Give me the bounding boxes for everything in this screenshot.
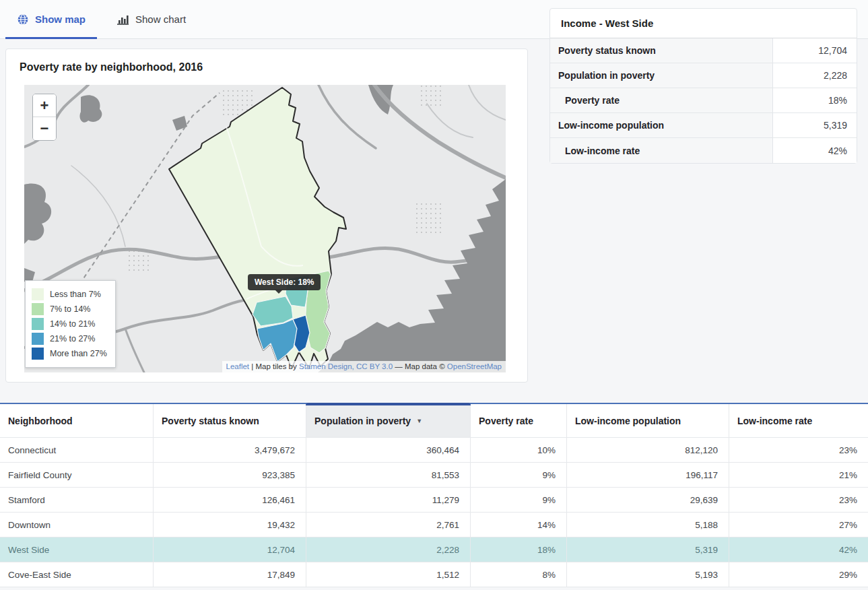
summary-row-value: 42% [773, 138, 857, 163]
tab-show-chart[interactable]: Show chart [105, 0, 197, 38]
attribution-text: | Map tiles by [249, 362, 299, 370]
zoom-control: + − [32, 94, 57, 141]
cell-low-income-rate: 29% [729, 562, 868, 587]
summary-row-value: 12,704 [773, 38, 857, 63]
legend-item: Less than 7% [32, 287, 107, 302]
cell-poverty-status-known: 17,849 [154, 562, 306, 587]
summary-row-label: Population in poverty [550, 63, 773, 88]
stamen-link[interactable]: Stamen Design, CC BY 3.0 [299, 362, 393, 370]
legend-swatch [32, 348, 44, 360]
cell-poverty-status-known: 923,385 [154, 463, 306, 488]
cell-poverty-rate: 8% [471, 562, 567, 587]
cell-population-in-poverty: 1,512 [306, 562, 471, 587]
cell-population-in-poverty: 360,464 [306, 438, 471, 463]
map-attribution: Leaflet | Map tiles by Stamen Design, CC… [222, 361, 506, 372]
tab-show-chart-label: Show chart [135, 13, 186, 25]
summary-row-value: 5,319 [773, 113, 857, 137]
legend-item: More than 27% [32, 346, 107, 361]
cell-low-income-population: 5,193 [567, 562, 729, 587]
tab-show-map-label: Show map [35, 13, 86, 25]
column-header-population-in-poverty[interactable]: Population in poverty ▼ [306, 404, 471, 438]
cell-poverty-rate: 9% [471, 488, 567, 513]
cell-low-income-rate: 42% [729, 537, 868, 562]
cell-neighborhood: Cove-East Side [0, 562, 154, 587]
cell-low-income-rate: 27% [729, 513, 868, 537]
cell-poverty-rate: 18% [471, 537, 567, 562]
legend-swatch [32, 318, 44, 330]
summary-row: Low-income rate 42% [550, 138, 857, 163]
sort-descending-icon: ▼ [416, 418, 422, 424]
cell-poverty-status-known: 126,461 [154, 488, 306, 513]
cell-low-income-population: 29,639 [567, 488, 729, 513]
column-header-low-income-rate[interactable]: Low-income rate [729, 404, 868, 438]
summary-row-label: Low-income population [550, 113, 773, 137]
table-row-connecticut[interactable]: Connecticut 3,479,672 360,464 10% 812,12… [0, 438, 868, 463]
cell-poverty-rate: 9% [471, 463, 567, 488]
zoom-in-button[interactable]: + [33, 94, 56, 117]
cell-neighborhood: Stamford [0, 488, 154, 513]
column-header-poverty-rate[interactable]: Poverty rate [471, 404, 567, 438]
table-row-fairfield-county[interactable]: Fairfield County 923,385 81,553 9% 196,1… [0, 463, 868, 488]
cell-population-in-poverty: 2,228 [306, 537, 471, 562]
map-tooltip: West Side: 18% [248, 274, 321, 290]
column-header-poverty-status-known[interactable]: Poverty status known [154, 404, 306, 438]
cell-low-income-rate: 23% [729, 488, 868, 513]
tab-show-map[interactable]: Show map [5, 0, 97, 38]
cell-poverty-status-known: 3,479,672 [154, 438, 306, 463]
summary-row: Poverty rate 18% [550, 88, 857, 113]
cell-low-income-population: 196,117 [567, 463, 729, 488]
cell-low-income-rate: 21% [729, 463, 868, 488]
neighborhood-table: Neighborhood Poverty status known Popula… [0, 403, 868, 587]
summary-row: Low-income population 5,319 [550, 113, 857, 138]
summary-row: Poverty status known 12,704 [550, 38, 857, 63]
table-row-west-side-selected[interactable]: West Side 12,704 2,228 18% 5,319 42% [0, 537, 868, 562]
cell-poverty-rate: 14% [471, 513, 567, 537]
summary-row-label: Poverty rate [550, 88, 773, 112]
cell-neighborhood: Connecticut [0, 438, 154, 463]
cell-population-in-poverty: 2,761 [306, 513, 471, 537]
income-summary-card: Income - West Side Poverty status known … [549, 8, 857, 164]
table-header-row: Neighborhood Poverty status known Popula… [0, 404, 868, 438]
map-legend: Less than 7% 7% to 14% 14% to 21% 21% to… [25, 280, 116, 368]
table-row-downtown[interactable]: Downtown 19,432 2,761 14% 5,188 27% [0, 513, 868, 537]
table-row-stamford[interactable]: Stamford 126,461 11,279 9% 29,639 23% [0, 488, 868, 513]
table-row-cove-east-side[interactable]: Cove-East Side 17,849 1,512 8% 5,193 29% [0, 562, 868, 587]
cell-neighborhood: Fairfield County [0, 463, 154, 488]
legend-item: 21% to 27% [32, 331, 107, 346]
choropleth-map[interactable]: + − West Side: 18% Less than 7% 7% to 14… [24, 85, 506, 372]
cell-neighborhood: Downtown [0, 513, 154, 537]
legend-item: 7% to 14% [32, 302, 107, 317]
leaflet-link[interactable]: Leaflet [226, 362, 250, 370]
summary-row-label: Low-income rate [550, 138, 773, 163]
cell-low-income-population: 5,188 [567, 513, 729, 537]
cell-poverty-status-known: 12,704 [154, 537, 306, 562]
summary-title: Income - West Side [550, 9, 857, 38]
column-header-neighborhood[interactable]: Neighborhood [0, 404, 154, 438]
cell-low-income-population: 812,120 [567, 438, 729, 463]
zoom-out-button[interactable]: − [33, 117, 56, 140]
map-card: Poverty rate by neighborhood, 2016 [5, 48, 528, 383]
summary-row-value: 18% [773, 88, 857, 112]
globe-icon [17, 13, 29, 26]
column-header-label: Population in poverty [314, 416, 411, 426]
legend-swatch [32, 288, 44, 300]
summary-row-value: 2,228 [773, 63, 857, 88]
cell-population-in-poverty: 11,279 [306, 488, 471, 513]
summary-row-label: Poverty status known [550, 38, 773, 63]
osm-link[interactable]: OpenStreetMap [447, 362, 502, 370]
cell-poverty-status-known: 19,432 [154, 513, 306, 537]
cell-low-income-rate: 23% [729, 438, 868, 463]
attribution-text: — Map data © [393, 362, 447, 370]
legend-item: 14% to 21% [32, 317, 107, 331]
bar-chart-icon [116, 14, 129, 25]
summary-row: Population in poverty 2,228 [550, 63, 857, 88]
legend-swatch [32, 333, 44, 345]
column-header-low-income-population[interactable]: Low-income population [567, 404, 729, 438]
cell-neighborhood: West Side [0, 537, 154, 562]
cell-low-income-population: 5,319 [567, 537, 729, 562]
cell-poverty-rate: 10% [471, 438, 567, 463]
map-card-title: Poverty rate by neighborhood, 2016 [6, 49, 527, 73]
legend-swatch [32, 303, 44, 315]
cell-population-in-poverty: 81,553 [306, 463, 471, 488]
